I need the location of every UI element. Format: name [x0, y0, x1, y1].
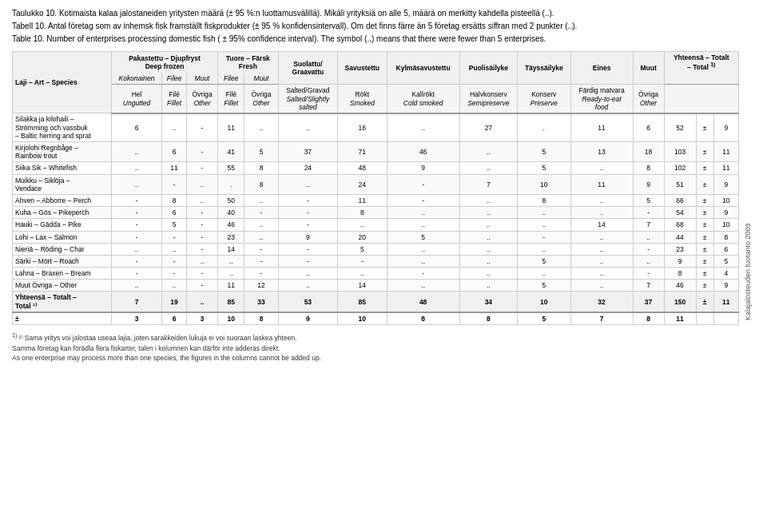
header-line2: Tabell 10. Antal företag som av inhemsk … [12, 21, 739, 32]
data-cell: 5 [162, 219, 187, 231]
species-cell: Särki – Mört – Roach [13, 255, 112, 267]
species-cell: Muut Övriga – Other [13, 280, 112, 292]
data-cell: - [112, 231, 162, 243]
data-cell: 37 [633, 292, 664, 312]
data-cell: 150 [664, 292, 696, 312]
data-cell: .. [278, 113, 338, 142]
data-cell: .. [633, 255, 664, 267]
data-cell: 6 [713, 243, 738, 255]
data-cell [713, 312, 738, 325]
data-cell: 32 [570, 292, 633, 312]
data-cell: 8 [162, 194, 187, 206]
data-cell: - [633, 207, 664, 219]
data-cell: .. [187, 174, 218, 194]
data-cell: .. [387, 207, 459, 219]
data-cell: 8 [338, 207, 387, 219]
data-cell: .. [338, 219, 387, 231]
data-cell: 8 [633, 312, 664, 325]
data-cell: 46 [387, 142, 459, 162]
data-cell: ± [696, 142, 713, 162]
data-cell: - [338, 255, 387, 267]
data-cell: - [387, 194, 459, 206]
data-cell: 16 [338, 113, 387, 142]
table-row: Lahna – Braxen – Bream---..-....-......-… [13, 268, 739, 280]
data-cell: ± [696, 219, 713, 231]
data-cell: .. [162, 113, 187, 142]
savustettu-header: Savustettu [338, 52, 387, 85]
data-cell: .. [459, 162, 517, 174]
data-cell: 9 [387, 162, 459, 174]
data-cell: - [633, 268, 664, 280]
muut-tuore-subheader: Muut [244, 73, 278, 85]
page-header: Taulukko 10. Kotimaista kalaa jalostanei… [12, 8, 739, 45]
data-cell: .. [570, 268, 633, 280]
data-cell: .. [278, 174, 338, 194]
data-cell: .. [387, 280, 459, 292]
ovriga-pak-subheader: ÖvrigaOther [187, 85, 218, 113]
data-cell: .. [570, 207, 633, 219]
data-cell: 9 [713, 280, 738, 292]
table-row: Nieriä – Röding – Char....-14--5........… [13, 243, 739, 255]
file-tuore-subheader: FiléFillet [218, 85, 244, 113]
data-cell: - [187, 280, 218, 292]
data-cell: . [518, 113, 571, 142]
data-cell: .. [518, 219, 571, 231]
species-cell: Kirjolohi Regnbåge –Rainbow trout [13, 142, 112, 162]
ovriga-subheader: ÖvrigaOther [633, 85, 664, 113]
data-cell: .. [570, 231, 633, 243]
data-cell: 102 [664, 162, 696, 174]
data-cell: 34 [459, 292, 517, 312]
data-cell: 6 [162, 312, 187, 325]
data-cell: 5 [518, 255, 571, 267]
data-cell: 11 [713, 142, 738, 162]
data-cell: 6 [162, 207, 187, 219]
data-cell: 37 [278, 142, 338, 162]
data-cell: ± [696, 231, 713, 243]
data-cell: .. [244, 231, 278, 243]
data-cell: 9 [713, 174, 738, 194]
data-cell: - [278, 207, 338, 219]
species-cell: Ahven – Abborre – Perch [13, 194, 112, 206]
data-cell: .. [459, 268, 517, 280]
data-cell: .. [518, 207, 571, 219]
muut-pak-subheader: Muut [187, 73, 218, 85]
data-cell: .. [633, 231, 664, 243]
data-cell: .. [244, 219, 278, 231]
data-cell: 46 [218, 219, 244, 231]
data-cell: - [112, 255, 162, 267]
data-cell: - [244, 255, 278, 267]
data-cell: 24 [338, 174, 387, 194]
species-cell: Yhteensä – Totalt –Total ¹⁾ [13, 292, 112, 312]
data-cell: 11 [713, 292, 738, 312]
data-cell: 5 [713, 255, 738, 267]
data-cell: .. [570, 280, 633, 292]
data-cell: .. [387, 219, 459, 231]
data-cell: 51 [664, 174, 696, 194]
data-cell: - [278, 194, 338, 206]
data-cell: 11 [570, 113, 633, 142]
data-cell: 6 [162, 142, 187, 162]
data-cell: - [187, 142, 218, 162]
data-cell: - [244, 207, 278, 219]
data-cell: - [112, 194, 162, 206]
data-cell: - [187, 268, 218, 280]
salted-subheader: Salted/GravadSalted/Slightlysalted [278, 85, 338, 113]
data-cell: 11 [664, 312, 696, 325]
data-cell: .. [244, 113, 278, 142]
data-cell: 7 [633, 219, 664, 231]
data-cell: 7 [112, 292, 162, 312]
data-cell: - [162, 231, 187, 243]
data-cell: 8 [244, 312, 278, 325]
data-cell: - [112, 268, 162, 280]
data-cell: 48 [387, 292, 459, 312]
data-cell: 14 [570, 219, 633, 231]
data-cell: .. [518, 243, 571, 255]
data-cell: .. [570, 162, 633, 174]
data-cell: 10 [338, 312, 387, 325]
species-cell: ± [13, 312, 112, 325]
data-cell: 5 [518, 280, 571, 292]
data-cell: .. [459, 280, 517, 292]
data-cell: .. [162, 243, 187, 255]
pakastettu-header: Pakastettu – DjupfrystDeep frozen [112, 52, 218, 73]
data-cell: .. [218, 268, 244, 280]
